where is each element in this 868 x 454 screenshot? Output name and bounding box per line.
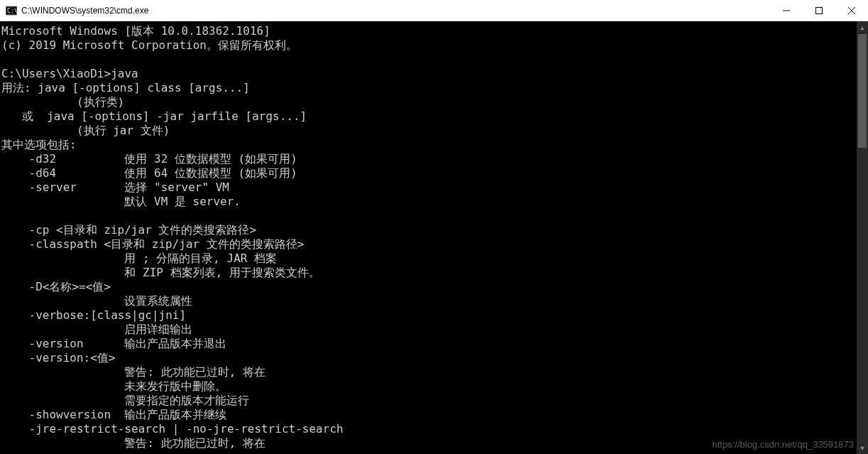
scrollbar-down-arrow[interactable]: ▼ bbox=[857, 442, 868, 454]
terminal-output[interactable]: Microsoft Windows [版本 10.0.18362.1016] (… bbox=[0, 21, 857, 454]
vertical-scrollbar[interactable]: ▲ ▼ bbox=[857, 21, 868, 454]
svg-rect-3 bbox=[816, 7, 823, 13]
window-titlebar: C:\ C:\WINDOWS\system32\cmd.exe bbox=[0, 0, 868, 21]
minimize-button[interactable] bbox=[770, 0, 803, 21]
scrollbar-thumb[interactable] bbox=[858, 34, 867, 148]
svg-text:C:\: C:\ bbox=[7, 8, 17, 14]
window-controls bbox=[770, 0, 868, 21]
cmd-icon: C:\ bbox=[6, 5, 17, 16]
scrollbar-up-arrow[interactable]: ▲ bbox=[857, 21, 868, 33]
terminal-area: Microsoft Windows [版本 10.0.18362.1016] (… bbox=[0, 21, 868, 454]
window-title: C:\WINDOWS\system32\cmd.exe bbox=[21, 6, 770, 16]
maximize-button[interactable] bbox=[803, 0, 835, 21]
close-button[interactable] bbox=[835, 0, 868, 21]
